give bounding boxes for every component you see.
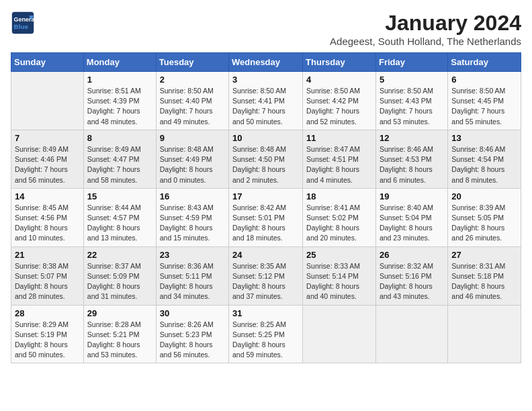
- calendar-cell: 23Sunrise: 8:36 AMSunset: 5:11 PMDayligh…: [156, 246, 228, 305]
- day-number: 31: [232, 308, 299, 318]
- svg-text:Blue: Blue: [14, 23, 29, 30]
- day-number: 17: [232, 191, 299, 201]
- calendar-cell: 7Sunrise: 8:49 AMSunset: 4:46 PMDaylight…: [11, 130, 84, 188]
- day-number: 28: [15, 308, 80, 318]
- weekday-header-saturday: Saturday: [448, 53, 521, 72]
- calendar-cell: 2Sunrise: 8:50 AMSunset: 4:40 PMDaylight…: [156, 72, 228, 130]
- day-number: 22: [87, 250, 152, 260]
- day-info: Sunrise: 8:41 AMSunset: 5:02 PMDaylight:…: [306, 203, 372, 244]
- logo: General Blue: [11, 11, 38, 35]
- calendar-cell: 27Sunrise: 8:31 AMSunset: 5:18 PMDayligh…: [448, 246, 521, 305]
- calendar-header: SundayMondayTuesdayWednesdayThursdayFrid…: [11, 53, 521, 72]
- day-number: 2: [160, 75, 225, 85]
- calendar-cell: 8Sunrise: 8:49 AMSunset: 4:47 PMDaylight…: [83, 130, 156, 188]
- day-info: Sunrise: 8:44 AMSunset: 4:57 PMDaylight:…: [87, 203, 152, 244]
- day-info: Sunrise: 8:26 AMSunset: 5:23 PMDaylight:…: [160, 320, 225, 361]
- calendar-cell: 22Sunrise: 8:37 AMSunset: 5:09 PMDayligh…: [83, 246, 156, 305]
- day-number: 9: [160, 133, 225, 143]
- weekday-header-monday: Monday: [83, 53, 156, 72]
- day-info: Sunrise: 8:29 AMSunset: 5:19 PMDaylight:…: [15, 320, 80, 361]
- calendar-cell: 19Sunrise: 8:40 AMSunset: 5:04 PMDayligh…: [375, 188, 447, 246]
- calendar-cell: 17Sunrise: 8:42 AMSunset: 5:01 PMDayligh…: [229, 188, 303, 246]
- weekday-header-friday: Friday: [375, 53, 447, 72]
- calendar-cell: [11, 72, 84, 130]
- day-number: 19: [380, 191, 444, 201]
- logo-icon: General Blue: [11, 11, 35, 35]
- day-info: Sunrise: 8:25 AMSunset: 5:25 PMDaylight:…: [232, 320, 299, 361]
- calendar-cell: 6Sunrise: 8:50 AMSunset: 4:45 PMDaylight…: [448, 72, 521, 130]
- day-number: 4: [306, 75, 372, 85]
- calendar-cell: 30Sunrise: 8:26 AMSunset: 5:23 PMDayligh…: [156, 305, 228, 363]
- day-number: 10: [232, 133, 299, 143]
- calendar-cell: 18Sunrise: 8:41 AMSunset: 5:02 PMDayligh…: [303, 188, 376, 246]
- day-number: 15: [87, 191, 152, 201]
- calendar-cell: 10Sunrise: 8:48 AMSunset: 4:50 PMDayligh…: [229, 130, 303, 188]
- calendar-table: SundayMondayTuesdayWednesdayThursdayFrid…: [11, 52, 521, 363]
- day-info: Sunrise: 8:45 AMSunset: 4:56 PMDaylight:…: [15, 203, 80, 244]
- day-info: Sunrise: 8:36 AMSunset: 5:11 PMDaylight:…: [160, 261, 225, 302]
- day-number: 7: [15, 133, 80, 143]
- day-info: Sunrise: 8:46 AMSunset: 4:54 PMDaylight:…: [451, 144, 517, 185]
- calendar-cell: 20Sunrise: 8:39 AMSunset: 5:05 PMDayligh…: [448, 188, 521, 246]
- calendar-cell: 24Sunrise: 8:35 AMSunset: 5:12 PMDayligh…: [229, 246, 303, 305]
- day-number: 6: [451, 75, 517, 85]
- day-number: 3: [232, 75, 299, 85]
- calendar-cell: 11Sunrise: 8:47 AMSunset: 4:51 PMDayligh…: [303, 130, 376, 188]
- weekday-header-row: SundayMondayTuesdayWednesdayThursdayFrid…: [11, 53, 521, 72]
- day-number: 11: [306, 133, 372, 143]
- day-number: 30: [160, 308, 225, 318]
- day-number: 12: [380, 133, 444, 143]
- calendar-cell: 13Sunrise: 8:46 AMSunset: 4:54 PMDayligh…: [448, 130, 521, 188]
- weekday-header-tuesday: Tuesday: [156, 53, 228, 72]
- day-number: 23: [160, 250, 225, 260]
- calendar-cell: [375, 305, 447, 363]
- day-info: Sunrise: 8:50 AMSunset: 4:40 PMDaylight:…: [160, 86, 225, 127]
- week-row-1: 1Sunrise: 8:51 AMSunset: 4:39 PMDaylight…: [11, 72, 521, 130]
- day-info: Sunrise: 8:49 AMSunset: 4:47 PMDaylight:…: [87, 144, 152, 185]
- day-number: 24: [232, 250, 299, 260]
- day-info: Sunrise: 8:51 AMSunset: 4:39 PMDaylight:…: [87, 86, 152, 127]
- week-row-4: 21Sunrise: 8:38 AMSunset: 5:07 PMDayligh…: [11, 246, 521, 305]
- calendar-cell: 21Sunrise: 8:38 AMSunset: 5:07 PMDayligh…: [11, 246, 84, 305]
- calendar-cell: 14Sunrise: 8:45 AMSunset: 4:56 PMDayligh…: [11, 188, 84, 246]
- day-number: 26: [380, 250, 444, 260]
- calendar-cell: 9Sunrise: 8:48 AMSunset: 4:49 PMDaylight…: [156, 130, 228, 188]
- day-info: Sunrise: 8:39 AMSunset: 5:05 PMDaylight:…: [451, 203, 517, 244]
- day-info: Sunrise: 8:46 AMSunset: 4:53 PMDaylight:…: [380, 144, 444, 185]
- calendar-cell: 25Sunrise: 8:33 AMSunset: 5:14 PMDayligh…: [303, 246, 376, 305]
- day-number: 14: [15, 191, 80, 201]
- day-info: Sunrise: 8:47 AMSunset: 4:51 PMDaylight:…: [306, 144, 372, 185]
- day-info: Sunrise: 8:48 AMSunset: 4:50 PMDaylight:…: [232, 144, 299, 185]
- calendar-cell: 28Sunrise: 8:29 AMSunset: 5:19 PMDayligh…: [11, 305, 84, 363]
- day-info: Sunrise: 8:33 AMSunset: 5:14 PMDaylight:…: [306, 261, 372, 302]
- day-info: Sunrise: 8:42 AMSunset: 5:01 PMDaylight:…: [232, 203, 299, 244]
- day-number: 20: [451, 191, 517, 201]
- calendar-cell: 16Sunrise: 8:43 AMSunset: 4:59 PMDayligh…: [156, 188, 228, 246]
- day-info: Sunrise: 8:43 AMSunset: 4:59 PMDaylight:…: [160, 203, 225, 244]
- day-number: 8: [87, 133, 152, 143]
- day-number: 1: [87, 75, 152, 85]
- calendar-body: 1Sunrise: 8:51 AMSunset: 4:39 PMDaylight…: [11, 72, 521, 363]
- calendar-cell: 5Sunrise: 8:50 AMSunset: 4:43 PMDaylight…: [375, 72, 447, 130]
- calendar-cell: 26Sunrise: 8:32 AMSunset: 5:16 PMDayligh…: [375, 246, 447, 305]
- weekday-header-thursday: Thursday: [303, 53, 376, 72]
- calendar-cell: [303, 305, 376, 363]
- weekday-header-sunday: Sunday: [11, 53, 84, 72]
- month-title: January 2024: [330, 11, 521, 36]
- day-info: Sunrise: 8:50 AMSunset: 4:43 PMDaylight:…: [380, 86, 444, 127]
- day-info: Sunrise: 8:50 AMSunset: 4:41 PMDaylight:…: [232, 86, 299, 127]
- day-number: 21: [15, 250, 80, 260]
- title-area: January 2024 Adegeest, South Holland, Th…: [330, 11, 521, 47]
- weekday-header-wednesday: Wednesday: [229, 53, 303, 72]
- day-info: Sunrise: 8:28 AMSunset: 5:21 PMDaylight:…: [87, 320, 152, 361]
- day-number: 5: [380, 75, 444, 85]
- day-info: Sunrise: 8:48 AMSunset: 4:49 PMDaylight:…: [160, 144, 225, 185]
- day-info: Sunrise: 8:50 AMSunset: 4:42 PMDaylight:…: [306, 86, 372, 127]
- calendar-cell: 29Sunrise: 8:28 AMSunset: 5:21 PMDayligh…: [83, 305, 156, 363]
- day-number: 18: [306, 191, 372, 201]
- day-number: 16: [160, 191, 225, 201]
- day-info: Sunrise: 8:37 AMSunset: 5:09 PMDaylight:…: [87, 261, 152, 302]
- day-number: 27: [451, 250, 517, 260]
- calendar-cell: 31Sunrise: 8:25 AMSunset: 5:25 PMDayligh…: [229, 305, 303, 363]
- header: General Blue January 2024 Adegeest, Sout…: [11, 11, 521, 47]
